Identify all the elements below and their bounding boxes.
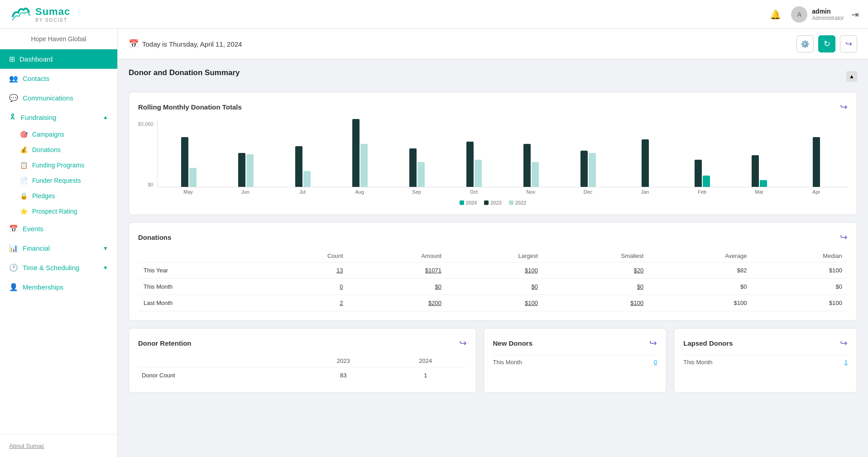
- sidebar-item-funding-programs[interactable]: 📋 Funding Programs: [0, 157, 117, 173]
- cell-median: $0: [752, 279, 848, 295]
- chart-share-button[interactable]: ↪: [840, 101, 848, 112]
- col-smallest: Smallest: [543, 250, 649, 262]
- cell-label: This Year: [138, 262, 264, 279]
- bar-2022: [475, 160, 482, 187]
- sidebar-item-time-scheduling[interactable]: 🕐 Time & Scheduling ▼: [0, 258, 117, 277]
- cell-amount[interactable]: $1071: [349, 262, 447, 279]
- new-donors-header: New Donors ↪: [493, 338, 657, 348]
- share-dashboard-button[interactable]: ↪: [840, 35, 857, 52]
- sidebar-item-financial[interactable]: 📊 Financial ▼: [0, 238, 117, 258]
- cell-smallest[interactable]: $20: [543, 262, 649, 279]
- retention-col-2024: 2024: [384, 355, 467, 367]
- legend-dot-2024: [460, 200, 464, 205]
- legend-label-2022: 2022: [515, 200, 526, 205]
- bar-group: [619, 119, 672, 187]
- lapsed-donors-header: Lapsed Donors ↪: [683, 338, 848, 348]
- cell-smallest[interactable]: $0: [543, 279, 649, 295]
- bar-2022: [246, 154, 254, 187]
- content-area: 📅 Today is Thursday, April 11, 2024 ⚙️ ↻…: [118, 29, 868, 457]
- legend-label-2023: 2023: [490, 200, 501, 205]
- bar-2022: [360, 144, 368, 187]
- bar-2023: [409, 148, 417, 187]
- financial-icon: 📊: [9, 244, 18, 252]
- bar-month-label: Sep: [390, 187, 443, 195]
- new-donors-share-button[interactable]: ↪: [649, 338, 657, 348]
- bar-2023: [642, 139, 649, 187]
- legend-2022: 2022: [509, 200, 526, 205]
- section-title: Donor and Donation Summary: [129, 68, 240, 77]
- new-donors-title: New Donors: [493, 339, 533, 347]
- sidebar-item-communications[interactable]: 💬 Communications: [0, 88, 117, 108]
- sidebar-item-memberships[interactable]: 👤 Memberships: [0, 277, 117, 297]
- user-role: Administrator: [812, 15, 844, 21]
- sidebar-item-events[interactable]: 📅 Events: [0, 219, 117, 238]
- bar-month-label: Mar: [733, 187, 786, 195]
- cell-average: $82: [649, 262, 752, 279]
- sidebar-item-campaigns[interactable]: 🎯 Campaigns: [0, 127, 117, 142]
- logo-text: Sumac BY SOCIET: [35, 6, 70, 23]
- bar-2022: [417, 162, 425, 187]
- bars-row: [466, 119, 482, 187]
- lapsed-donors-value[interactable]: 1: [844, 359, 848, 366]
- table-row: Last Month2$200$100$100$100$100: [138, 295, 848, 311]
- events-icon: 📅: [9, 224, 18, 233]
- pledges-icon: 🔒: [20, 192, 28, 200]
- share-arrow-icon: ↪: [845, 39, 852, 49]
- bars-row: [352, 119, 368, 187]
- bar-group: [390, 119, 444, 187]
- sidebar-label-prospect-rating: Prospect Rating: [32, 208, 77, 215]
- donations-share-button[interactable]: ↪: [840, 232, 848, 243]
- fundraising-chevron-icon: ▲: [103, 114, 108, 120]
- sidebar-item-pledges[interactable]: 🔒 Pledges: [0, 188, 117, 204]
- bars-row: [295, 119, 311, 187]
- sidebar-item-dashboard[interactable]: ⊞ Dashboard: [0, 49, 117, 69]
- new-donors-value[interactable]: 0: [654, 359, 657, 366]
- refresh-button[interactable]: ↻: [818, 35, 835, 52]
- bar-2023: [813, 137, 820, 187]
- legend-2024: 2024: [460, 200, 477, 205]
- lapsed-donors-card: Lapsed Donors ↪ This Month 1: [674, 328, 857, 393]
- sidebar-item-funder-requests[interactable]: 📄 Funder Requests: [0, 173, 117, 188]
- sidebar-item-donations[interactable]: 💰 Donations: [0, 142, 117, 157]
- settings-button[interactable]: ⚙️: [796, 35, 814, 52]
- collapse-section-button[interactable]: ▲: [846, 71, 857, 82]
- cell-amount[interactable]: $0: [349, 279, 447, 295]
- top-header: Sumac BY SOCIET 🔔 A admin Administrator …: [0, 0, 868, 29]
- sidebar-item-contacts[interactable]: 👥 Contacts: [0, 69, 117, 88]
- new-donors-this-month-row: This Month 0: [493, 355, 657, 369]
- cell-largest[interactable]: $100: [447, 295, 543, 311]
- cell-label: Last Month: [138, 295, 264, 311]
- bar-month-label: Feb: [676, 187, 729, 195]
- bottom-cards-row: Donor Retention ↪ 2023 2024: [129, 328, 857, 393]
- contacts-icon: 👥: [9, 74, 18, 83]
- table-row: Donor Count 83 1: [138, 367, 467, 384]
- cell-largest[interactable]: $100: [447, 262, 543, 279]
- user-name: admin: [812, 8, 844, 15]
- bars-row: [813, 119, 820, 187]
- cell-count[interactable]: 13: [264, 262, 348, 279]
- lapsed-donors-this-month-row: This Month 1: [683, 355, 848, 369]
- col-median: Median: [752, 250, 848, 262]
- sidebar-item-fundraising[interactable]: 🎗 Fundraising ▲: [0, 108, 117, 127]
- cell-largest[interactable]: $0: [447, 279, 543, 295]
- bar-2023: [695, 160, 702, 187]
- notification-button[interactable]: 🔔: [767, 6, 784, 23]
- cell-amount[interactable]: $200: [349, 295, 447, 311]
- avatar: A: [791, 6, 807, 23]
- cell-smallest[interactable]: $100: [543, 295, 649, 311]
- sidebar-item-prospect-rating[interactable]: ⭐ Prospect Rating: [0, 204, 117, 219]
- about-link[interactable]: About Sumac: [9, 443, 44, 449]
- cell-count[interactable]: 0: [264, 279, 348, 295]
- bar-group: [504, 119, 558, 187]
- sidebar-label-contacts: Contacts: [23, 75, 108, 82]
- bell-icon: 🔔: [770, 10, 781, 19]
- donor-retention-share-button[interactable]: ↪: [459, 338, 467, 348]
- sidebar-label-memberships: Memberships: [23, 283, 108, 291]
- chart-container: $3,060 $0 MayJunJulAugSepOctNovDecJanFeb…: [138, 119, 848, 205]
- logout-button[interactable]: ⇥: [851, 9, 859, 20]
- sidebar-label-campaigns: Campaigns: [32, 131, 64, 138]
- retention-col-2023: 2023: [302, 355, 384, 367]
- bar-group: [790, 119, 843, 187]
- cell-count[interactable]: 2: [264, 295, 348, 311]
- lapsed-donors-share-button[interactable]: ↪: [840, 338, 848, 348]
